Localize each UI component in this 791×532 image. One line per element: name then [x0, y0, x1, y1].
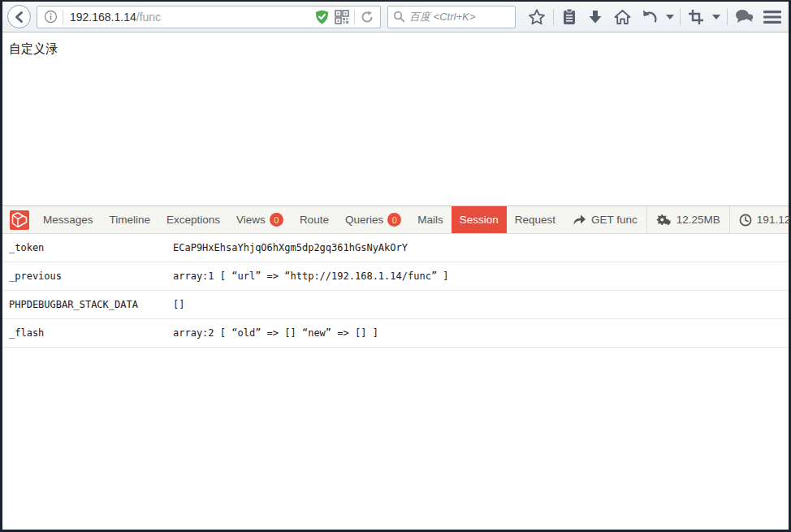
debugbar-tab-exceptions[interactable]: Exceptions [158, 206, 228, 233]
back-arrow-icon [13, 11, 26, 24]
toolbar-divider3 [727, 9, 728, 25]
session-value: ECaP9HxEhsaYhjqO6hXgm5dp2gq361hGsNyAkOrY [173, 242, 789, 253]
debugbar-header: MessagesTimelineExceptionsViews0RouteQue… [2, 206, 789, 234]
url-path: /func [136, 11, 161, 24]
gears-icon [656, 214, 672, 227]
tab-badge: 0 [270, 213, 283, 227]
search-icon [393, 11, 405, 23]
debugbar: MessagesTimelineExceptionsViews0RouteQue… [2, 205, 789, 530]
session-key: _previous [2, 270, 173, 282]
table-row: _flasharray:2 [ “old” => [] “new” => [] … [2, 319, 789, 348]
time-label: 191.12ms [757, 214, 791, 226]
url-text[interactable]: 192.168.1.14/func [63, 11, 315, 24]
session-key: PHPDEBUGBAR_STACK_DATA [2, 299, 173, 310]
debugbar-tab-route[interactable]: Route [292, 206, 337, 233]
table-row: PHPDEBUGBAR_STACK_DATA[] [2, 291, 789, 319]
search-box[interactable]: 百度 <Ctrl+K> [387, 6, 516, 28]
tab-label: Request [515, 214, 555, 226]
security-shield-icon[interactable] [315, 10, 329, 24]
session-key: _token [2, 242, 173, 253]
toolbar-divider2 [680, 9, 681, 25]
tab-label: Exceptions [166, 214, 220, 226]
debugbar-tab-queries[interactable]: Queries0 [337, 206, 409, 233]
bookmarks-clipboard-button[interactable] [559, 5, 580, 29]
table-row: _previousarray:1 [ “url” => “http://192.… [2, 262, 789, 291]
session-value: array:1 [ “url” => “http://192.168.1.14/… [173, 270, 789, 282]
tab-label: Route [300, 214, 329, 226]
session-table: _tokenECaP9HxEhsaYhjqO6hXgm5dp2gq361hGsN… [2, 234, 789, 530]
table-row: _tokenECaP9HxEhsaYhjqO6hXgm5dp2gq361hGsN… [2, 234, 789, 262]
tab-label: Views [236, 214, 266, 226]
session-value: array:2 [ “old” => [] “new” => [] ] [173, 327, 789, 339]
undo-dropdown-caret[interactable] [665, 5, 675, 29]
debugbar-tab-messages[interactable]: Messages [35, 206, 102, 233]
browser-toolbar: 192.168.1.14/func 百度 <Ctrl+K> [2, 2, 789, 32]
tab-label: Timeline [110, 214, 151, 226]
laravel-logo-icon[interactable] [2, 206, 35, 233]
browser-window: 192.168.1.14/func 百度 <Ctrl+K> [0, 0, 791, 532]
site-info-icon[interactable] [37, 10, 63, 24]
page-text: 自定义渌 [9, 41, 782, 57]
request-indicator[interactable]: GET func [564, 206, 646, 233]
tab-label: Session [460, 214, 499, 226]
tab-badge: 0 [387, 213, 401, 227]
debugbar-tab-views[interactable]: Views0 [228, 206, 292, 233]
tab-label: Queries [345, 214, 383, 226]
undo-history-button[interactable] [638, 5, 660, 29]
debugbar-tab-timeline[interactable]: Timeline [102, 206, 159, 233]
debugbar-tab-session[interactable]: Session [452, 206, 507, 233]
tab-label: Mails [417, 214, 443, 226]
clock-icon [739, 214, 752, 227]
time-indicator: 191.12ms [729, 206, 791, 233]
forward-arrow-icon [573, 214, 586, 226]
session-key: _flash [2, 327, 173, 339]
session-value: [] [173, 299, 789, 310]
debugbar-status: GET func 12.25MB 191.12ms [564, 206, 791, 233]
debugbar-tab-mails[interactable]: Mails [409, 206, 452, 233]
toolbar-divider [553, 9, 554, 25]
home-button[interactable] [612, 5, 633, 29]
memory-label: 12.25MB [676, 214, 720, 226]
screenshot-dropdown-caret[interactable] [711, 5, 721, 29]
qrcode-icon[interactable] [335, 10, 349, 24]
reload-button[interactable] [355, 11, 380, 24]
tab-label: Messages [43, 214, 93, 226]
menu-hamburger-button[interactable] [761, 5, 784, 29]
request-label: GET func [591, 214, 638, 226]
back-button[interactable] [7, 5, 31, 28]
downloads-button[interactable] [585, 5, 606, 29]
memory-indicator: 12.25MB [646, 206, 729, 233]
url-bar[interactable]: 192.168.1.14/func [37, 6, 381, 28]
screenshot-crop-button[interactable] [685, 5, 707, 29]
page-content: 自定义渌 [2, 32, 789, 205]
debugbar-tab-request[interactable]: Request [507, 206, 564, 233]
chat-bubble-button[interactable] [733, 5, 756, 29]
url-host: 192.168.1.14 [70, 11, 136, 24]
bookmark-star-button[interactable] [525, 5, 548, 29]
debugbar-tabs: MessagesTimelineExceptionsViews0RouteQue… [35, 206, 564, 233]
search-placeholder: 百度 <Ctrl+K> [409, 10, 475, 24]
